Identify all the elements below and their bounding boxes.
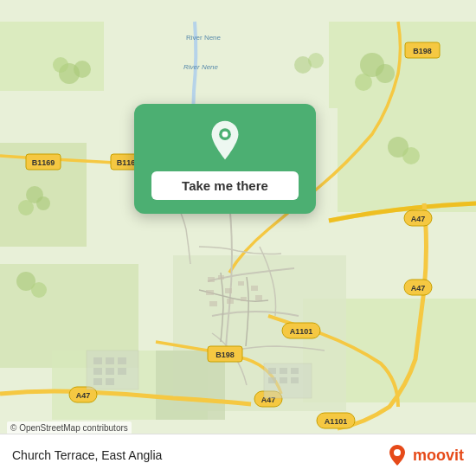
svg-rect-55 — [268, 377, 276, 383]
svg-text:A47: A47 — [411, 215, 426, 223]
svg-point-75 — [394, 449, 401, 456]
location-pin-icon — [204, 119, 246, 161]
svg-text:A47: A47 — [411, 284, 426, 293]
moovit-brand-text: moovit — [413, 447, 464, 465]
svg-point-72 — [308, 53, 324, 68]
svg-text:B198: B198 — [413, 47, 432, 55]
svg-point-63 — [355, 74, 372, 91]
map-background: B198 B1169 B1169 A47 A47 A47 A47 B198 A1… — [0, 0, 476, 476]
svg-rect-38 — [209, 301, 217, 306]
svg-rect-56 — [280, 377, 287, 383]
bottom-bar: Church Terrace, East Anglia moovit — [0, 434, 476, 476]
svg-rect-49 — [93, 378, 102, 385]
svg-text:River Nene: River Nene — [183, 63, 219, 71]
svg-rect-41 — [255, 295, 262, 300]
svg-rect-34 — [206, 290, 214, 295]
moovit-logo-icon — [385, 443, 409, 467]
moovit-logo: moovit — [385, 443, 464, 467]
svg-point-67 — [18, 200, 34, 215]
svg-point-65 — [402, 147, 420, 164]
location-label: Church Terrace, East Anglia — [12, 448, 162, 462]
svg-rect-53 — [280, 368, 287, 374]
svg-rect-33 — [218, 275, 224, 280]
svg-point-70 — [31, 282, 47, 298]
svg-rect-45 — [118, 357, 126, 364]
svg-rect-43 — [93, 357, 102, 364]
svg-text:A1101: A1101 — [325, 417, 348, 426]
map-attribution: © OpenStreetMap contributors — [7, 421, 132, 434]
svg-rect-54 — [291, 368, 299, 374]
svg-rect-36 — [238, 281, 244, 286]
svg-rect-37 — [251, 286, 258, 291]
svg-point-60 — [53, 57, 68, 73]
navigation-card: Take me there — [134, 104, 316, 214]
svg-point-59 — [74, 61, 91, 78]
svg-rect-40 — [241, 297, 247, 301]
svg-rect-32 — [208, 277, 215, 282]
map-container: B198 B1169 B1169 A47 A47 A47 A47 B198 A1… — [0, 0, 476, 476]
svg-rect-57 — [291, 377, 299, 383]
svg-text:River Nene: River Nene — [186, 34, 222, 42]
svg-rect-2 — [329, 22, 476, 108]
svg-rect-47 — [106, 368, 114, 375]
svg-point-68 — [36, 196, 50, 210]
svg-point-74 — [222, 132, 228, 138]
svg-text:B198: B198 — [215, 351, 235, 359]
svg-text:A47: A47 — [76, 391, 91, 400]
svg-rect-52 — [268, 368, 276, 374]
svg-rect-44 — [106, 357, 114, 364]
svg-rect-1 — [0, 22, 104, 91]
svg-point-62 — [376, 64, 395, 83]
svg-text:B1169: B1169 — [32, 158, 55, 167]
take-me-there-button[interactable]: Take me there — [151, 171, 299, 200]
svg-text:A1101: A1101 — [290, 327, 313, 336]
svg-rect-46 — [93, 368, 102, 375]
svg-rect-39 — [227, 299, 234, 304]
svg-rect-35 — [225, 288, 232, 293]
svg-rect-48 — [118, 368, 126, 375]
svg-rect-50 — [106, 378, 114, 385]
